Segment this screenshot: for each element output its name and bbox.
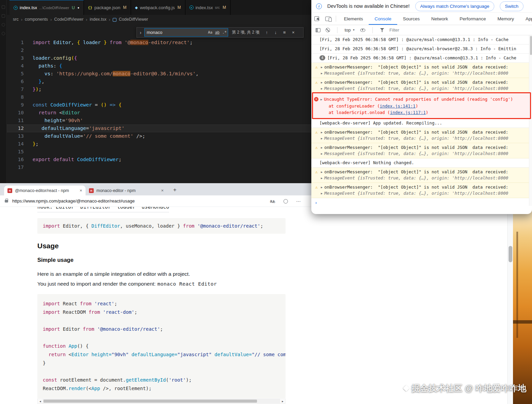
expand-arrow-icon[interactable]: ▶: [321, 151, 323, 157]
expand-arrow-icon[interactable]: ▶: [321, 145, 323, 151]
vscode-tab[interactable]: ◆webpack.config.jsM: [131, 0, 185, 15]
next-match-icon[interactable]: ↓: [272, 29, 279, 36]
breadcrumb-item[interactable]: src: [13, 17, 19, 22]
code-line[interactable]: 9const CodeDiffViewer = () => {: [7, 101, 311, 109]
browser-tab[interactable]: nmonaco-editor - npm×: [86, 186, 167, 195]
code-line[interactable]: 5 vs: 'https://unpkg.com/monaco-editor@0…: [7, 70, 311, 78]
breadcrumb-item[interactable]: components: [25, 17, 48, 22]
scrollbar-track[interactable]: [43, 399, 280, 403]
code-line[interactable]: 16export default CodeDiffViewer;: [7, 156, 311, 163]
source-link[interactable]: index.js:141:1: [380, 103, 416, 109]
find-in-selection-icon[interactable]: ≡: [281, 29, 288, 36]
expand-arrow-icon[interactable]: ▶: [321, 184, 323, 190]
console-error: ✕▶Uncaught TypeError: Cannot read proper…: [311, 93, 532, 119]
expand-arrow-icon[interactable]: ▶: [321, 64, 323, 70]
scroll-right-icon[interactable]: ▸: [280, 400, 285, 403]
more-icon[interactable]: ⋯: [296, 198, 301, 204]
tab-title: monaco-editor - npm: [96, 188, 158, 193]
code-line[interactable]: 11 height='90vh': [7, 117, 311, 124]
regex-icon[interactable]: .*: [221, 29, 228, 36]
expand-arrow-icon[interactable]: ▶: [321, 169, 323, 175]
context-selector[interactable]: top▼: [345, 27, 355, 33]
toggle-replace-icon[interactable]: ›: [139, 30, 143, 35]
browser-tab[interactable]: n@monaco-editor/react - npm×: [4, 186, 86, 195]
scrollbar-thumb[interactable]: [509, 246, 512, 262]
divider: [337, 27, 337, 33]
activity-icon[interactable]: [2, 23, 5, 26]
devtools-tab-memory[interactable]: Memory: [492, 13, 520, 25]
activity-icon[interactable]: [2, 32, 5, 35]
devtools-tab-sources[interactable]: Sources: [397, 13, 426, 25]
expand-arrow-icon[interactable]: ▶: [321, 85, 323, 92]
breadcrumb-item[interactable]: index.tsx: [90, 17, 106, 22]
code-line[interactable]: 6 },: [7, 78, 311, 85]
vscode-editor[interactable]: 1import Editor, { loader } from '@monaco…: [7, 24, 311, 183]
code-line[interactable]: 4 paths: {: [7, 62, 311, 70]
code-line[interactable]: 10 return <Editor: [7, 109, 311, 117]
code-token: ReactDOM.: [43, 386, 69, 391]
expand-arrow-icon[interactable]: ▶: [321, 79, 323, 85]
code-line[interactable]: 14};: [7, 140, 311, 148]
devtools-tab-network[interactable]: Network: [425, 13, 454, 25]
lock-icon[interactable]: [5, 200, 8, 203]
code-line[interactable]: 15: [7, 148, 311, 156]
previous-match-icon[interactable]: ↑: [263, 29, 270, 36]
translate-icon[interactable]: aあ: [270, 199, 275, 204]
expand-arrow-icon[interactable]: ▶: [321, 129, 323, 135]
repeat-count-badge: 4: [319, 55, 325, 60]
console-sidebar-icon[interactable]: [315, 28, 320, 32]
clear-console-icon[interactable]: [326, 28, 330, 32]
match-case-icon[interactable]: Aa: [207, 29, 214, 36]
vscode-tab[interactable]: {}package.jsonM: [84, 0, 131, 15]
close-find-icon[interactable]: ×: [290, 29, 297, 36]
scrollbar-thumb[interactable]: [43, 400, 257, 403]
devtools-tab-performance[interactable]: Performance: [454, 13, 492, 25]
devtools-tab-application[interactable]: Application: [520, 13, 532, 25]
console-text: [webpack-dev-server] Nothing changed.: [319, 160, 414, 166]
horizontal-scrollbar[interactable]: ◂ ▸: [37, 399, 286, 404]
console-scrollbar[interactable]: [529, 35, 532, 206]
vertical-scrollbar[interactable]: [507, 207, 513, 404]
expand-arrow-icon[interactable]: ▶: [321, 190, 323, 196]
code-line[interactable]: 1import Editor, { loader } from '@monaco…: [7, 39, 311, 46]
breadcrumb-item[interactable]: CodeDiffViewer: [119, 17, 148, 22]
close-tab-icon[interactable]: ×: [79, 188, 82, 193]
expand-arrow-icon[interactable]: ▶: [321, 70, 323, 76]
vscode-tab[interactable]: index.tsx...\CodeDiffViewerU●: [10, 0, 84, 15]
vscode-tab[interactable]: index.tsxsrcM: [185, 0, 231, 15]
match-language-button[interactable]: Always match Chrome's language: [415, 1, 495, 11]
breadcrumb-item[interactable]: CodeDiffViewer: [54, 17, 83, 22]
scrollbar-thumb[interactable]: [530, 36, 532, 55]
code-line[interactable]: 2: [7, 46, 311, 54]
whole-word-icon[interactable]: ab: [214, 29, 221, 36]
inspect-element-icon[interactable]: [314, 16, 319, 21]
code-line[interactable]: 3loader.config({: [7, 54, 311, 62]
switch-language-button[interactable]: Switch: [500, 1, 524, 11]
find-input[interactable]: [147, 30, 206, 35]
expand-arrow-icon[interactable]: ▶: [321, 175, 323, 181]
console-prompt[interactable]: ›: [311, 198, 532, 206]
new-tab-icon[interactable]: +: [170, 186, 179, 194]
activity-icon[interactable]: [2, 14, 5, 18]
close-tab-icon[interactable]: ×: [161, 188, 164, 193]
scroll-left-icon[interactable]: ◂: [38, 400, 43, 403]
address-bar[interactable]: https://www.npmjs.com/package/@monaco-ed…: [12, 198, 135, 204]
code-line[interactable]: 17: [7, 163, 311, 171]
live-expression-icon[interactable]: [360, 28, 365, 32]
unsaved-dot-icon[interactable]: ●: [77, 6, 79, 9]
devtools-tab-elements[interactable]: Elements: [338, 13, 369, 25]
expand-arrow-icon[interactable]: ▶: [320, 96, 322, 103]
expand-arrow-icon[interactable]: ▶: [321, 135, 323, 141]
devtools-tab-console[interactable]: Console: [369, 13, 397, 25]
code-line[interactable]: 7});: [7, 85, 311, 93]
refresh-icon[interactable]: [283, 199, 288, 204]
code-line[interactable]: 8: [7, 93, 311, 101]
code-line[interactable]: 13 defaultValue='// some comment' />;: [7, 132, 311, 140]
code-line[interactable]: 12 defaultLanguage='javascript': [7, 124, 311, 132]
device-toolbar-icon[interactable]: [325, 17, 331, 21]
filter-icon[interactable]: [380, 28, 384, 32]
filter-input[interactable]: Filter: [389, 27, 399, 33]
activity-icon[interactable]: [2, 5, 5, 9]
code-token: [195, 223, 197, 229]
source-link[interactable]: index.js:117:1: [390, 110, 426, 115]
